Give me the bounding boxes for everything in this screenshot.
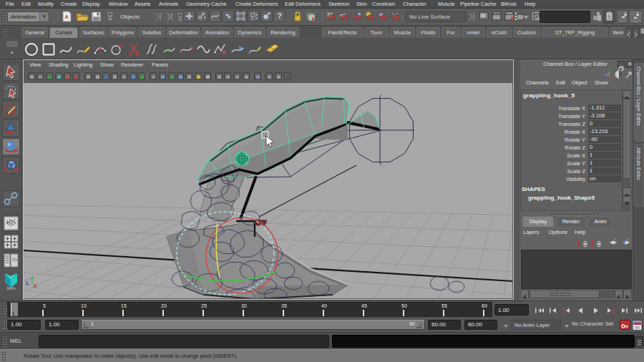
svg-text:z: z bbox=[26, 280, 29, 285]
svg-text:MAYA: MAYA bbox=[6, 287, 15, 290]
svg-text:x: x bbox=[34, 283, 36, 288]
